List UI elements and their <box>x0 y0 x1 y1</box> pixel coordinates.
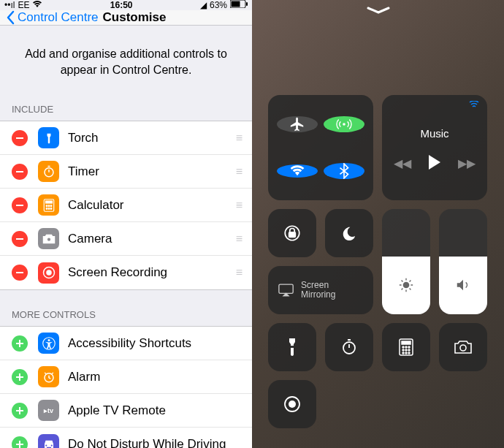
signal-icon: ••ıl <box>4 0 15 10</box>
camera-tile[interactable] <box>439 323 487 371</box>
remove-button[interactable] <box>12 265 28 281</box>
add-button[interactable] <box>12 335 28 352</box>
svg-point-32 <box>402 349 404 351</box>
item-label: Accessibility Shortcuts <box>68 336 240 351</box>
remove-button[interactable] <box>12 164 28 180</box>
airplane-toggle[interactable] <box>277 116 318 132</box>
svg-rect-2 <box>246 2 248 6</box>
rewind-icon[interactable]: ◀◀ <box>394 156 411 170</box>
bluetooth-toggle[interactable] <box>324 163 364 179</box>
svg-point-16 <box>47 339 50 341</box>
camera-icon <box>38 228 59 249</box>
svg-point-34 <box>408 349 410 351</box>
svg-point-7 <box>48 205 50 207</box>
list-item: Do Not Disturb While Driving <box>0 428 252 448</box>
page-description: Add and organise additional controls to … <box>0 26 252 98</box>
item-label: Alarm <box>68 370 240 384</box>
remove-button[interactable] <box>12 231 28 247</box>
torch-tile[interactable] <box>268 323 316 371</box>
svg-rect-5 <box>45 201 52 203</box>
svg-rect-25 <box>291 346 294 348</box>
play-icon[interactable] <box>427 154 442 173</box>
forward-icon[interactable]: ▶▶ <box>458 156 476 170</box>
drag-handle[interactable]: ≡ <box>236 132 240 145</box>
drag-handle[interactable]: ≡ <box>236 266 240 279</box>
svg-point-20 <box>343 123 345 126</box>
calculator-icon <box>38 194 59 216</box>
include-list: Torch ≡ Timer ≡ Calculator ≡ Camera ≡ Sc… <box>0 121 252 290</box>
list-item: Calculator ≡ <box>0 189 252 222</box>
back-button[interactable]: Control Centre <box>6 10 99 25</box>
add-button[interactable] <box>12 403 28 419</box>
svg-point-35 <box>402 352 404 354</box>
battery-icon <box>230 0 248 10</box>
item-label: Apple TV Remote <box>68 403 240 418</box>
svg-point-12 <box>47 238 51 242</box>
dnd-tile[interactable] <box>325 209 373 257</box>
timer-tile[interactable] <box>325 323 373 371</box>
torch-icon <box>38 127 59 148</box>
svg-point-19 <box>50 445 52 447</box>
control-centre-pane: Music ◀◀ ▶▶ Screen Mirroring <box>252 0 504 448</box>
remove-button[interactable] <box>12 197 28 213</box>
svg-point-24 <box>403 283 408 288</box>
music-label: Music <box>420 127 448 140</box>
item-label: Calculator <box>68 198 236 213</box>
screen-mirroring-label: Screen Mirroring <box>301 281 363 300</box>
back-label: Control Centre <box>18 10 99 25</box>
svg-point-40 <box>289 400 296 408</box>
wifi-icon <box>32 0 42 10</box>
chevron-down-icon[interactable] <box>365 4 392 18</box>
accessibility-icon <box>38 333 59 354</box>
alarm-icon <box>38 366 59 387</box>
add-button[interactable] <box>12 369 28 385</box>
drag-handle[interactable]: ≡ <box>236 232 240 246</box>
svg-rect-28 <box>402 341 411 344</box>
music-card[interactable]: Music ◀◀ ▶▶ <box>382 95 487 200</box>
calculator-tile[interactable] <box>382 323 430 371</box>
appletv-icon: ▸tv <box>38 400 59 421</box>
section-more-header: MORE CONTROLS <box>0 303 252 326</box>
svg-point-18 <box>45 445 47 447</box>
record-icon <box>38 262 59 284</box>
time-label: 16:50 <box>110 0 133 10</box>
svg-point-29 <box>402 346 404 348</box>
section-include-header: INCLUDE <box>0 98 252 121</box>
drag-handle[interactable]: ≡ <box>236 165 240 178</box>
list-item: Torch ≡ <box>0 121 252 155</box>
connectivity-card[interactable] <box>268 95 373 200</box>
airplay-icon <box>468 101 480 114</box>
list-item: Timer ≡ <box>0 155 252 189</box>
more-list: Accessibility Shortcuts Alarm ▸tv Apple … <box>0 326 252 448</box>
list-item: ▸tv Apple TV Remote <box>0 394 252 428</box>
svg-point-33 <box>405 349 407 351</box>
svg-point-30 <box>405 346 407 348</box>
battery-label: 63% <box>210 0 227 10</box>
carrier-label: EE <box>18 0 29 10</box>
item-label: Screen Recording <box>68 265 236 280</box>
svg-rect-22 <box>289 232 296 238</box>
drag-handle[interactable]: ≡ <box>236 199 240 212</box>
wifi-toggle[interactable] <box>277 164 318 178</box>
screen-mirroring-tile[interactable]: Screen Mirroring <box>268 266 373 314</box>
svg-point-14 <box>46 270 52 276</box>
svg-rect-23 <box>279 284 293 293</box>
item-label: Torch <box>68 131 236 145</box>
svg-point-38 <box>460 345 466 351</box>
svg-point-8 <box>50 205 52 207</box>
cellular-toggle[interactable] <box>324 116 364 132</box>
nav-bar: Control Centre Customise <box>0 10 252 26</box>
volume-slider[interactable] <box>439 209 487 314</box>
status-bar: ••ıl EE 16:50 ◢ 63% <box>0 0 252 10</box>
list-item: Accessibility Shortcuts <box>0 327 252 360</box>
screen-record-tile[interactable] <box>268 380 316 428</box>
svg-point-31 <box>408 346 410 348</box>
add-button[interactable] <box>12 436 28 448</box>
svg-point-37 <box>408 352 410 354</box>
brightness-slider[interactable] <box>382 209 430 314</box>
orientation-lock-tile[interactable] <box>268 209 316 257</box>
remove-button[interactable] <box>12 130 28 146</box>
list-item: Screen Recording ≡ <box>0 256 252 289</box>
dnd-driving-icon <box>38 434 59 448</box>
page-title: Customise <box>103 10 167 25</box>
